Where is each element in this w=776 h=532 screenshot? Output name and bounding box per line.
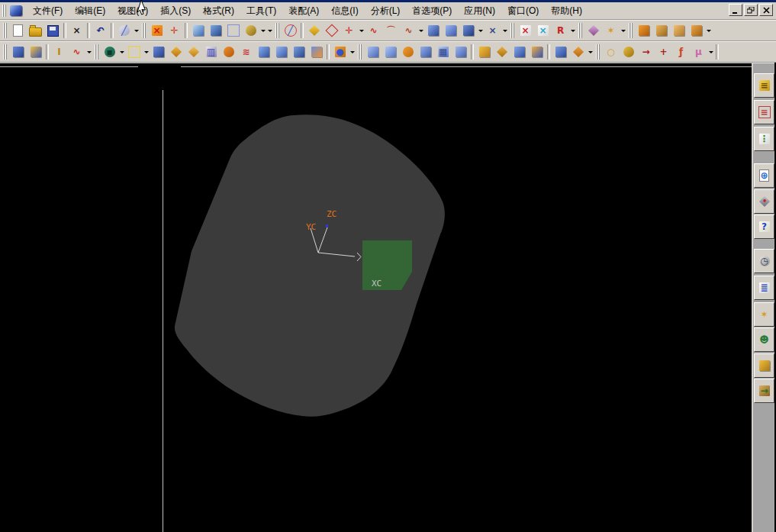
revolve-button[interactable]: ∿ xyxy=(68,43,85,61)
information-window-button[interactable]: ≣ xyxy=(754,276,774,300)
open-part-button[interactable] xyxy=(27,21,44,40)
sew-button[interactable] xyxy=(475,43,493,61)
update-model-button[interactable]: R xyxy=(552,21,569,40)
delay-update-button[interactable]: µ xyxy=(690,43,707,61)
menubar-grip[interactable] xyxy=(2,5,6,17)
exit-button[interactable]: → xyxy=(754,379,774,403)
toolbar-grip[interactable] xyxy=(629,23,633,38)
graphics-viewport[interactable]: ZC YC XC xyxy=(0,63,752,532)
edge-blend-button[interactable] xyxy=(167,43,185,61)
extrude-sheet-button[interactable] xyxy=(424,21,442,40)
edit-feature-params-button[interactable] xyxy=(620,43,637,61)
pad-button[interactable] xyxy=(272,43,290,61)
thread-button[interactable]: ≋ xyxy=(237,43,255,61)
split-body-button[interactable] xyxy=(417,43,434,61)
wizard-button[interactable]: ✶ xyxy=(602,21,620,40)
toolbar-grip[interactable] xyxy=(275,23,279,38)
undo-button[interactable]: ↶ xyxy=(92,21,109,40)
help-button[interactable]: ? xyxy=(754,214,774,239)
customize-tools-button[interactable]: ✶ xyxy=(754,302,774,327)
menu-assemblies[interactable]: 装配(A) xyxy=(282,3,325,19)
fold-sheet-button[interactable] xyxy=(510,43,528,61)
minimize-button[interactable] xyxy=(729,4,742,16)
dropdown-arrow[interactable] xyxy=(133,21,140,40)
dome-button[interactable] xyxy=(220,43,237,61)
datum-csys-tool-button[interactable] xyxy=(125,43,143,61)
rotate-sphere-button[interactable] xyxy=(242,21,259,40)
dropdown-arrow[interactable] xyxy=(118,43,125,61)
extrude-button[interactable]: I xyxy=(50,43,68,61)
hole-button[interactable] xyxy=(308,43,325,61)
die-engineering-button[interactable] xyxy=(670,21,687,40)
cylinder-button[interactable] xyxy=(9,43,27,61)
dropdown-arrow[interactable] xyxy=(266,21,273,40)
boss-button[interactable] xyxy=(255,43,272,61)
cone-button[interactable] xyxy=(27,43,44,61)
toolbar-grip[interactable] xyxy=(142,23,146,38)
offset-surface-button[interactable]: ▦ xyxy=(434,43,452,61)
part-navigator-button[interactable]: ⋮ xyxy=(754,127,774,151)
datum-plane-button[interactable] xyxy=(305,21,323,40)
history-button[interactable]: ◷ xyxy=(754,249,774,273)
dropdown-arrow[interactable] xyxy=(358,21,365,40)
menu-insert[interactable]: 插入(S) xyxy=(154,3,197,19)
trimmed-sheet-button[interactable] xyxy=(364,43,382,61)
wcs-display-button[interactable]: ✛ xyxy=(166,21,183,40)
reuse-library-button[interactable] xyxy=(754,353,774,378)
rotate-view-button[interactable]: ╱ xyxy=(115,21,133,40)
reorder-feature-button[interactable]: + xyxy=(655,43,672,61)
toolbar-grip[interactable] xyxy=(3,44,7,60)
block-button[interactable] xyxy=(150,43,167,61)
dropdown-arrow[interactable] xyxy=(587,43,594,61)
dropdown-arrow[interactable] xyxy=(501,21,508,40)
datum-csys-button[interactable] xyxy=(323,21,340,40)
repair-body-button[interactable] xyxy=(493,43,510,61)
mold-wizard-button[interactable] xyxy=(635,21,652,40)
dropdown-arrow[interactable] xyxy=(349,43,356,61)
menu-information[interactable]: 信息(I) xyxy=(325,3,364,19)
bridge-curve-button[interactable]: ⌒ xyxy=(382,21,400,40)
selected-face[interactable] xyxy=(362,240,412,290)
dropdown-arrow[interactable] xyxy=(705,21,712,40)
toolbar-grip[interactable] xyxy=(3,23,7,38)
edit-dimension-button[interactable]: × xyxy=(534,21,552,40)
point-constructor-button[interactable]: ✛ xyxy=(340,21,358,40)
dropdown-arrow[interactable] xyxy=(707,43,714,61)
pattern-feature-button[interactable]: ▥ xyxy=(202,43,220,61)
feature-operation-button[interactable]: ● xyxy=(331,43,349,61)
offset-face-button[interactable] xyxy=(552,43,569,61)
toolbar-grip[interactable] xyxy=(95,44,98,60)
dropdown-arrow[interactable] xyxy=(477,21,484,40)
toolbar-grip[interactable] xyxy=(510,23,514,38)
swept-sheet-button[interactable] xyxy=(442,21,459,40)
menu-file[interactable]: 文件(F) xyxy=(27,3,69,19)
fit-view-button[interactable]: × xyxy=(148,21,166,40)
dropdown-arrow[interactable] xyxy=(417,21,424,40)
collaboration-button[interactable]: ☻ xyxy=(754,327,774,352)
menu-analysis[interactable]: 分析(L) xyxy=(365,3,407,19)
menu-edit[interactable]: 编辑(E) xyxy=(69,3,111,19)
patch-body-button[interactable] xyxy=(528,43,546,61)
web-browser-button[interactable]: ⊕ xyxy=(754,163,774,188)
menu-help[interactable]: 帮助(H) xyxy=(545,3,588,19)
dropdown-arrow[interactable] xyxy=(569,21,576,40)
save-part-button[interactable] xyxy=(44,21,62,40)
constraint-navigator-button[interactable]: ≡ xyxy=(754,100,774,124)
close-button[interactable] xyxy=(759,4,773,16)
menu-format[interactable]: 格式(R) xyxy=(197,3,240,19)
trim-body-button[interactable]: × xyxy=(484,21,501,40)
sheet-metal-wizard-button[interactable] xyxy=(687,21,705,40)
pocket-button[interactable] xyxy=(290,43,308,61)
edit-loop-button[interactable]: ○ xyxy=(602,43,620,61)
wireframe-view-button[interactable] xyxy=(224,21,242,40)
dropdown-arrow[interactable] xyxy=(143,43,150,61)
menu-application[interactable]: 应用(N) xyxy=(458,3,501,19)
toolbar-grip[interactable] xyxy=(358,44,362,60)
move-feature-button[interactable]: → xyxy=(637,43,655,61)
progressive-die-wizard-button[interactable] xyxy=(652,21,670,40)
extract-geometry-button[interactable] xyxy=(452,43,469,61)
join-curve-button[interactable]: ∿ xyxy=(400,21,417,40)
delete-button[interactable]: × xyxy=(68,21,85,40)
suppress-dimension-button[interactable]: × xyxy=(517,21,534,40)
dropdown-arrow[interactable] xyxy=(85,43,92,61)
